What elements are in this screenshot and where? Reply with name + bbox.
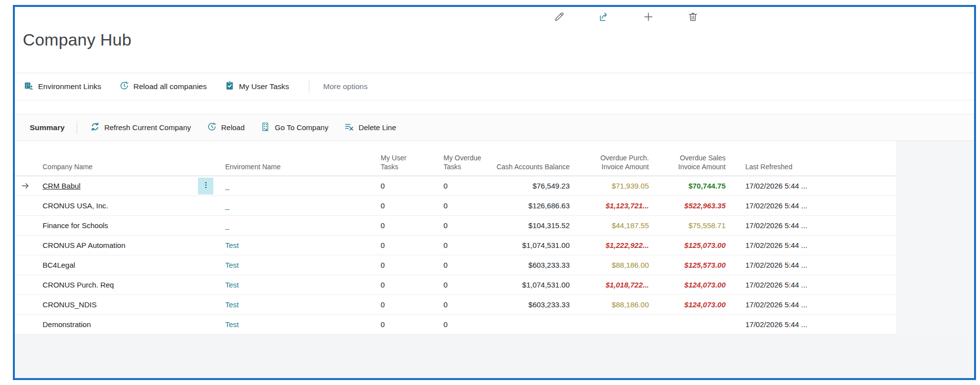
overdue-purch-invoice-amount-value: $88,186.00	[612, 261, 649, 269]
table-cell: _	[213, 176, 362, 195]
overdue-sales-invoice-amount-value: $70,744.75	[688, 182, 726, 190]
table-row[interactable]: CRONUS Purch. ReqTest00$1,074,531.00$1,0…	[15, 275, 974, 295]
table-cell	[490, 315, 580, 334]
row-indicator-column-header	[15, 141, 43, 176]
company-name-link[interactable]: CRM Babul	[43, 182, 81, 190]
my-user-tasks-button[interactable]: My User Tasks	[225, 81, 289, 93]
last-refreshed-value: 17/02/2026 5:44 ...	[745, 281, 807, 289]
table-cell: $124,073.00	[659, 275, 735, 294]
table-cell: $88,186.00	[580, 255, 659, 275]
table-cell	[15, 255, 43, 275]
my-overdue-tasks-value: 0	[443, 221, 447, 230]
environment-name-link[interactable]: _	[225, 182, 229, 190]
cash-accounts-balance-value: $76,549.23	[533, 182, 570, 190]
my-overdue-tasks-value: 0	[443, 182, 447, 190]
table-cell: 0	[362, 176, 419, 195]
company-name-link[interactable]: Finance for Schools	[43, 221, 108, 230]
table-cell	[15, 216, 43, 235]
environment-name-link[interactable]: Test	[225, 241, 239, 249]
toolbar-separator	[77, 121, 77, 134]
table-cell: 0	[419, 295, 490, 314]
last-refreshed-value: 17/02/2026 5:44 ...	[745, 261, 807, 269]
table-cell: $44,187.55	[580, 216, 659, 235]
table-row[interactable]: CRONUS USA, Inc._00$126,686.63$1,123,721…	[15, 196, 974, 216]
refresh-current-company-button[interactable]: Refresh Current Company	[90, 122, 191, 133]
table-row[interactable]: Finance for Schools_00$104,315.52$44,187…	[15, 216, 974, 236]
table-cell: 17/02/2026 5:44 ...	[735, 196, 974, 215]
page-action-bar: Environment Links Reload all companies	[15, 73, 974, 100]
table-row[interactable]: CRONUS AP AutomationTest00$1,074,531.00$…	[15, 236, 974, 255]
share-icon[interactable]	[597, 10, 611, 24]
table-cell: $522,963.35	[659, 196, 735, 215]
new-plus-icon[interactable]	[641, 10, 655, 24]
table-cell: Test	[213, 255, 362, 275]
reload-button[interactable]: Reload	[207, 122, 245, 133]
my-user-tasks-value: 0	[381, 221, 385, 230]
overdue-purch-invoice-amount-value: $88,186.00	[612, 300, 649, 309]
environment-links-icon	[24, 81, 34, 93]
delete-trash-icon[interactable]	[686, 10, 700, 24]
overdue-sales-invoice-amount-value: $124,073.00	[685, 281, 726, 289]
reload-clock-icon	[207, 122, 217, 133]
company-name-link[interactable]: Demonstration	[43, 320, 91, 329]
environment-name-link[interactable]: Test	[225, 281, 239, 289]
table-cell: 0	[419, 176, 490, 195]
table-row[interactable]: CRONUS_NDISTest00$603,233.33$88,186.00$1…	[15, 295, 974, 315]
go-to-company-button[interactable]: Go To Company	[260, 122, 328, 133]
overdue-purch-column-header[interactable]: Overdue Purch. Invoice Amount	[580, 141, 659, 176]
table-cell: $1,123,721...	[580, 196, 659, 215]
environment-links-button[interactable]: Environment Links	[24, 81, 101, 93]
my-user-tasks-column-header[interactable]: My User Tasks	[362, 141, 419, 176]
page-title: Company Hub	[23, 29, 132, 50]
environment-name-link[interactable]: Test	[225, 261, 239, 269]
cash-accounts-balance-value: $1,074,531.00	[522, 281, 570, 289]
company-name-column-header[interactable]: Company Name	[43, 141, 213, 176]
table-cell: $1,074,531.00	[490, 236, 580, 255]
table-cell: CRM Babul	[43, 176, 213, 195]
last-refreshed-value: 17/02/2026 5:44 ...	[745, 182, 807, 190]
reload-label: Reload	[221, 123, 245, 132]
row-ellipsis-menu[interactable]	[198, 178, 213, 194]
company-name-link[interactable]: CRONUS USA, Inc.	[43, 201, 108, 210]
environment-name-link[interactable]: _	[225, 221, 229, 230]
environment-name-column-header[interactable]: Enviroment Name	[213, 141, 362, 176]
vertical-ellipsis-icon	[202, 181, 210, 191]
last-refreshed-column-header[interactable]: Last Refreshed	[735, 141, 974, 176]
table-cell: 0	[419, 275, 490, 294]
company-building-icon	[260, 122, 270, 133]
environment-name-link[interactable]: Test	[225, 300, 239, 309]
my-overdue-tasks-column-header[interactable]: My Overdue Tasks	[419, 141, 490, 176]
table-row[interactable]: CRM Babul_00$76,549.23$71,939.05$70,744.…	[15, 176, 974, 196]
company-name-link[interactable]: CRONUS Purch. Req	[43, 281, 114, 289]
go-to-company-label: Go To Company	[275, 123, 328, 132]
refresh-current-company-label: Refresh Current Company	[104, 123, 191, 132]
edit-pencil-icon[interactable]	[552, 10, 566, 24]
overdue-sales-column-header[interactable]: Overdue Sales Invoice Amount	[659, 141, 735, 176]
table-cell: $124,073.00	[659, 295, 735, 314]
table-cell: 0	[362, 236, 419, 255]
company-name-link[interactable]: CRONUS_NDIS	[43, 300, 97, 309]
table-cell	[15, 196, 43, 215]
table-cell: 0	[419, 315, 490, 334]
my-user-tasks-value: 0	[381, 182, 385, 190]
table-cell: 17/02/2026 5:44 ...	[735, 275, 974, 294]
table-row[interactable]: DemonstrationTest0017/02/2026 5:44 ...	[15, 315, 974, 335]
summary-part-title: Summary	[30, 123, 65, 132]
table-cell: $70,744.75	[659, 176, 735, 195]
cash-accounts-balance-column-header[interactable]: Cash Accounts Balance	[490, 141, 580, 176]
company-name-link[interactable]: CRONUS AP Automation	[43, 241, 125, 249]
more-options-button[interactable]: More options	[309, 80, 368, 93]
delete-line-button[interactable]: Delete Line	[344, 122, 396, 133]
table-cell: CRONUS AP Automation	[43, 236, 213, 255]
user-tasks-clipboard-icon	[225, 81, 235, 93]
system-action-bar	[552, 10, 700, 24]
grid-empty-area	[15, 335, 974, 378]
reload-all-companies-button[interactable]: Reload all companies	[119, 81, 207, 93]
reload-all-companies-label: Reload all companies	[134, 82, 207, 91]
environment-name-link[interactable]: _	[225, 201, 229, 210]
environment-name-link[interactable]: Test	[225, 320, 239, 329]
table-cell: 0	[362, 216, 419, 235]
company-name-link[interactable]: BC4Legal	[43, 261, 75, 269]
my-overdue-tasks-value: 0	[443, 241, 447, 249]
table-row[interactable]: BC4LegalTest00$603,233.33$88,186.00$125,…	[15, 255, 974, 275]
